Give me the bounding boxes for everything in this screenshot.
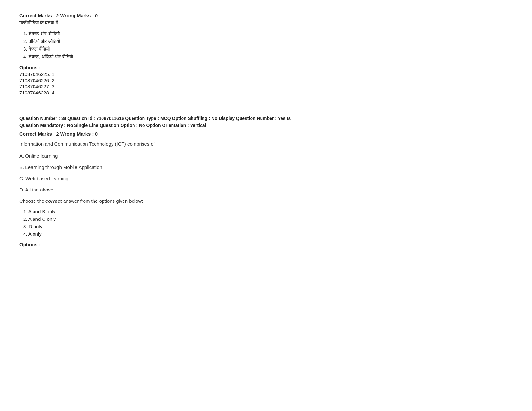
hindi-option-1: 1. टेक्स्ट और ऑडियो (23, 31, 513, 36)
divider-space (19, 105, 513, 115)
answer-4: 4. A only (23, 231, 513, 237)
marks-line-2: Correct Marks : 2 Wrong Marks : 0 (19, 131, 513, 137)
marks-line-1: Correct Marks : 2 Wrong Marks : 0 (19, 13, 513, 18)
answer-1: 1. A and B only (23, 209, 513, 214)
option-id-4: 71087046228. 4 (19, 90, 513, 95)
option-id-1: 71087046225. 1 (19, 72, 513, 77)
option-b: B. Learning through Mobile Application (19, 164, 513, 170)
choose-bold: correct (45, 198, 62, 204)
options-label-2: Options : (19, 242, 513, 247)
hindi-options-list: 1. टेक्स्ट और ऑडियो 2. वीडियो और ऑडियो 3… (23, 31, 513, 60)
question-text: Information and Communication Technology… (19, 141, 513, 147)
choose-after: answer from the options given below: (62, 198, 143, 204)
option-id-2: 71087046226. 2 (19, 78, 513, 83)
option-a: A. Online learning (19, 153, 513, 159)
question-meta: Question Number : 38 Question Id : 71087… (19, 115, 513, 129)
answer-3: 3. D only (23, 224, 513, 229)
answer-2: 2. A and C only (23, 216, 513, 222)
section-1: Correct Marks : 2 Wrong Marks : 0 मल्टीम… (19, 13, 513, 95)
options-label-1: Options : (19, 65, 513, 70)
question-meta-line2: Question Mandatory : No Single Line Ques… (19, 123, 206, 128)
answer-list: 1. A and B only 2. A and C only 3. D onl… (23, 209, 513, 237)
hindi-option-3: 3. केवल वीडियो (23, 46, 513, 52)
hindi-option-4: 4. टेक्स्ट, ऑडियो और वीडियो (23, 54, 513, 60)
section-2: Question Number : 38 Question Id : 71087… (19, 115, 513, 247)
hindi-question: मल्टीमीडिया के घटक हैं - (19, 20, 513, 25)
option-c: C. Web based learning (19, 176, 513, 181)
question-meta-line1: Question Number : 38 Question Id : 71087… (19, 116, 291, 121)
choose-before: Choose the (19, 198, 45, 204)
option-d: D. All the above (19, 187, 513, 192)
choose-text: Choose the correct answer from the optio… (19, 198, 513, 204)
hindi-option-2: 2. वीडियो और ऑडियो (23, 38, 513, 44)
option-id-3: 71087046227. 3 (19, 84, 513, 89)
